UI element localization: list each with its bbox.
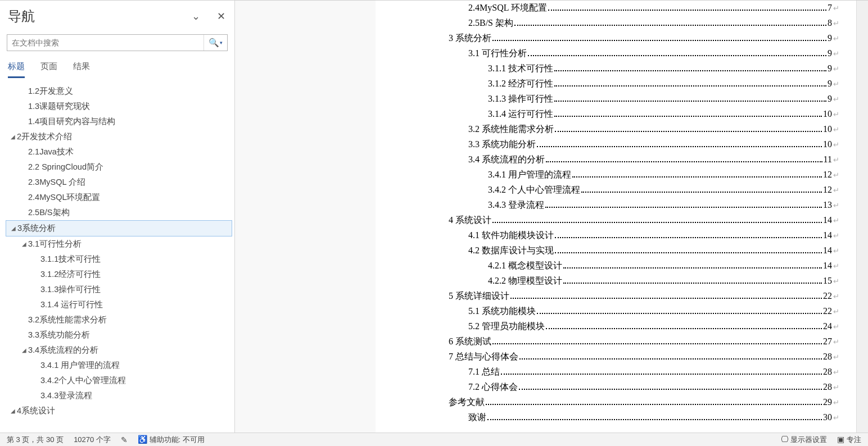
tree-item[interactable]: 3.4.2个人中心管理流程 <box>6 373 232 388</box>
toc-text: 3.1 可行性分析 <box>468 46 527 61</box>
tree-item-label: 3.1.2经济可行性 <box>40 269 101 280</box>
toc-line[interactable]: 7 总结与心得体会28↵ <box>376 349 839 365</box>
toc-text: 3.1.4 运行可行性 <box>488 107 553 121</box>
tree-item[interactable]: 3.2系统性能需求分析 <box>6 312 232 327</box>
tree-item[interactable]: ◢3.4系统流程的分析 <box>6 343 232 358</box>
nav-tabs: 标题 页面 结果 <box>0 53 234 78</box>
tree-item[interactable]: ◢2开发技术介绍 <box>6 129 232 144</box>
toc-text: 3.4 系统流程的分析 <box>468 152 545 167</box>
word-count[interactable]: 10270 个字 <box>74 435 111 445</box>
collapse-icon[interactable]: ⌄ <box>192 10 200 22</box>
return-mark-icon: ↵ <box>833 395 839 410</box>
toc-line[interactable]: 3.4.1 用户管理的流程12↵ <box>376 167 839 183</box>
return-mark-icon: ↵ <box>833 77 839 92</box>
toc-line[interactable]: 3.1.1 技术可行性9↵ <box>376 61 839 76</box>
toc-text: 4.1 软件功能模块设计 <box>468 228 554 243</box>
tree-item-label: 1.3课题研究现状 <box>28 101 90 112</box>
expand-caret-icon[interactable]: ◢ <box>10 225 17 231</box>
toc-line[interactable]: 2.5B/S 架构8↵ <box>376 16 839 31</box>
tree-item[interactable]: 3.1.3操作可行性 <box>6 282 232 297</box>
toc-line[interactable]: 3 系统分析9↵ <box>376 31 839 46</box>
tree-item-label: 3.4.2个人中心管理流程 <box>40 375 126 386</box>
toc-line[interactable]: 3.1.2 经济可行性9↵ <box>376 76 839 92</box>
tree-item[interactable]: 3.4.1 用户管理的流程 <box>6 358 232 373</box>
tree-item[interactable]: 3.1.1技术可行性 <box>6 252 232 267</box>
tab-headings[interactable]: 标题 <box>8 61 25 78</box>
tab-results[interactable]: 结果 <box>73 61 90 78</box>
tree-item[interactable]: 3.4.3登录流程 <box>6 388 232 403</box>
toc-line[interactable]: 7.2 心得体会28↵ <box>376 380 839 395</box>
tree-item[interactable]: ◢4系统设计 <box>6 403 232 418</box>
toc-line[interactable]: 3.1 可行性分析9↵ <box>376 46 839 61</box>
search-box: 🔍▾ <box>7 34 228 51</box>
toc-line[interactable]: 5.2 管理员功能模块24↵ <box>376 319 839 334</box>
return-mark-icon: ↵ <box>833 31 839 46</box>
expand-caret-icon[interactable]: ◢ <box>9 134 17 140</box>
toc-line[interactable]: 3.4.2 个人中心管理流程12↵ <box>376 183 839 198</box>
accessibility-icon: ♿ <box>138 435 147 444</box>
toc-line[interactable]: 4.2 数据库设计与实现14↵ <box>376 243 839 258</box>
document-page[interactable]: 2.4MySQL 环境配置7↵2.5B/S 架构8↵3 系统分析9↵3.1 可行… <box>376 1 857 433</box>
toc-line[interactable]: 6 系统测试27↵ <box>376 334 839 349</box>
close-icon[interactable]: ✕ <box>217 10 225 22</box>
search-input[interactable] <box>7 36 204 49</box>
toc-line[interactable]: 4.2.2 物理模型设计15↵ <box>376 274 839 289</box>
tree-item[interactable]: 1.3课题研究现状 <box>6 99 232 114</box>
toc-line[interactable]: 参考文献29↵ <box>376 395 839 410</box>
accessibility-status[interactable]: ♿ 辅助功能: 不可用 <box>138 435 205 445</box>
focus-mode[interactable]: ▣ 专注 <box>837 435 861 445</box>
toc-line[interactable]: 4.1 软件功能模块设计14↵ <box>376 228 839 243</box>
tree-item[interactable]: 1.4项目研究内容与结构 <box>6 114 232 129</box>
page-indicator[interactable]: 第 3 页，共 30 页 <box>7 435 64 445</box>
expand-caret-icon[interactable]: ◢ <box>20 347 28 353</box>
return-mark-icon: ↵ <box>833 107 839 122</box>
toc-line[interactable]: 5 系统详细设计22↵ <box>376 289 839 304</box>
tree-item[interactable]: 3.3系统功能分析 <box>6 327 232 343</box>
toc-line[interactable]: 5.1 系统功能模块22↵ <box>376 304 839 319</box>
tree-item[interactable]: 3.1.4 运行可行性 <box>6 297 232 312</box>
toc-page-number: 14 <box>823 213 832 227</box>
tree-item-label: 2.1Java技术 <box>28 147 74 157</box>
tree-item[interactable]: ◢3.1可行性分析 <box>6 236 232 252</box>
tree-item[interactable]: 2.2 SpringCloud简介 <box>6 160 232 175</box>
return-mark-icon: ↵ <box>833 274 839 289</box>
spellcheck-icon[interactable]: ✎ <box>121 435 128 444</box>
toc-page-number: 13 <box>823 198 832 212</box>
tree-item[interactable]: 2.4MySQL环境配置 <box>6 190 232 205</box>
tree-item[interactable]: 3.1.2经济可行性 <box>6 267 232 282</box>
toc-line[interactable]: 4.2.1 概念模型设计14↵ <box>376 258 839 274</box>
tree-item-label: 3.3系统功能分析 <box>28 330 90 340</box>
toc-line[interactable]: 3.2 系统性能需求分析10↵ <box>376 122 839 137</box>
tree-item[interactable]: 2.5B/S架构 <box>6 205 232 220</box>
search-button[interactable]: 🔍▾ <box>204 35 227 51</box>
toc-line[interactable]: 3.4 系统流程的分析11↵ <box>376 152 839 167</box>
tree-item[interactable]: ◢3系统分析 <box>6 220 232 236</box>
toc-text: 5.2 管理员功能模块 <box>468 319 545 334</box>
expand-caret-icon[interactable]: ◢ <box>9 408 17 414</box>
tab-pages[interactable]: 页面 <box>40 61 57 78</box>
toc-line[interactable]: 3.1.4 运行可行性10↵ <box>376 107 839 122</box>
toc-page-number: 9 <box>828 31 832 45</box>
toc-line[interactable]: 2.4MySQL 环境配置7↵ <box>376 1 839 16</box>
toc-line[interactable]: 3.3 系统功能分析10↵ <box>376 137 839 152</box>
toc-page-number: 27 <box>823 334 832 349</box>
display-settings[interactable]: 🖵 显示器设置 <box>781 435 828 445</box>
toc-line[interactable]: 7.1 总结28↵ <box>376 365 839 380</box>
tree-item[interactable]: 2.3MySQL 介绍 <box>6 175 232 190</box>
toc-text: 3.1.3 操作可行性 <box>488 92 553 106</box>
tree-item-label: 3.1.3操作可行性 <box>40 284 101 295</box>
expand-caret-icon[interactable]: ◢ <box>20 241 28 247</box>
return-mark-icon: ↵ <box>833 229 839 243</box>
tree-item-label: 2.4MySQL环境配置 <box>28 192 101 203</box>
tree-item[interactable]: 1.2开发意义 <box>6 84 232 99</box>
toc-line[interactable]: 3.1.3 操作可行性9↵ <box>376 92 839 107</box>
toc-page-number: 24 <box>823 319 832 334</box>
toc-text: 3 系统分析 <box>449 31 491 45</box>
toc-line[interactable]: 4 系统设计14↵ <box>376 213 839 228</box>
toc-line[interactable]: 致谢30↵ <box>376 410 839 425</box>
toc-line[interactable]: 3.4.3 登录流程13↵ <box>376 198 839 213</box>
status-bar: 第 3 页，共 30 页 10270 个字 ✎ ♿ 辅助功能: 不可用 🖵 显示… <box>0 433 868 446</box>
toc-page-number: 10 <box>823 107 832 121</box>
nav-tree[interactable]: 1.2开发意义1.3课题研究现状1.4项目研究内容与结构◢2开发技术介绍2.1J… <box>0 78 234 433</box>
tree-item[interactable]: 2.1Java技术 <box>6 144 232 160</box>
